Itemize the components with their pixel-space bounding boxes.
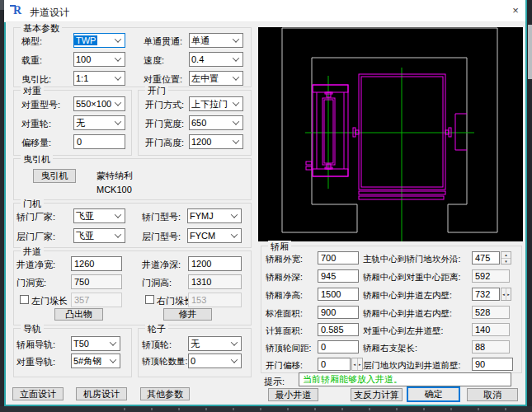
- ladder-type-combo[interactable]: TWP: [73, 33, 125, 48]
- group-guide-rail: 导轨: [13, 328, 132, 377]
- machine-room-design-button[interactable]: 机房设计: [76, 387, 127, 400]
- protrusion-button[interactable]: 凸出物: [54, 308, 103, 321]
- shaft-net-width-input[interactable]: 1260: [71, 256, 122, 271]
- combo-value: 650: [190, 118, 208, 128]
- cad-drawing: [258, 27, 523, 241]
- hint-message: 当前轿厢能够放入井道。: [299, 372, 511, 386]
- top-wheel-count-combo[interactable]: 0: [188, 353, 242, 368]
- combo-value: 左中置: [190, 73, 220, 85]
- rail-to-sill-input[interactable]: 475: [472, 251, 500, 265]
- min-shaft-button[interactable]: 最小井道: [268, 388, 318, 401]
- chevron-down-icon: [106, 337, 120, 350]
- chevron-down-icon: [228, 229, 241, 242]
- combo-value: TWP: [74, 35, 97, 45]
- combo-value: FYCM: [188, 231, 217, 241]
- car-and-counterweight: [306, 74, 467, 199]
- group-car-title: 轿厢: [268, 241, 291, 253]
- group-traction-machine-title: 曳引机: [21, 153, 53, 166]
- top-wheel-combo[interactable]: 无: [188, 336, 242, 351]
- car-door-vendor-combo[interactable]: 飞亚: [73, 208, 125, 223]
- left-pier-checkbox[interactable]: [20, 295, 29, 304]
- combo-value: T50: [72, 339, 91, 349]
- car-calc-area-label: 计算面积:: [266, 325, 303, 337]
- center-to-left-spinner[interactable]: ◂ ▸: [501, 288, 511, 301]
- sill-to-front-input[interactable]: 90: [472, 358, 513, 371]
- chevron-down-icon: [111, 116, 125, 129]
- chevron-down-icon: [111, 34, 125, 47]
- car-out-width-label: 轿厢外宽:: [266, 254, 303, 265]
- combo-value: 5#角钢: [72, 355, 103, 368]
- combo-value: 单通: [190, 35, 211, 47]
- car-std-area-input[interactable]: 900: [318, 306, 359, 319]
- landing-door-vendor-combo[interactable]: 飞亚: [73, 228, 125, 243]
- chevron-down-icon: [228, 354, 241, 368]
- center-to-left-input[interactable]: 732: [472, 288, 500, 301]
- door-mode-label: 开门方式:: [145, 99, 184, 111]
- load-label: 载重:: [21, 54, 42, 67]
- car-rail-combo[interactable]: T50: [71, 336, 120, 351]
- repair-shaft-button[interactable]: 修井: [163, 308, 212, 321]
- window-title: 井道设计: [30, 6, 69, 20]
- car-net-height-input[interactable]: 1500: [318, 288, 359, 301]
- combo-value: 上下拉门: [190, 98, 229, 110]
- car-top-wheel-gap-input[interactable]: 0: [318, 340, 359, 353]
- car-net-height-label: 轿厢净高:: [266, 290, 303, 302]
- reaction-calc-button[interactable]: 支反力计算: [351, 388, 403, 401]
- landing-door-model-combo[interactable]: FYCM: [187, 228, 242, 243]
- spinner-down-icon[interactable]: ▾: [501, 258, 511, 265]
- car-door-vendor-label: 轿门厂家:: [16, 211, 55, 223]
- rail-to-sill-spinner[interactable]: ▴ ▾: [501, 251, 511, 265]
- ok-button[interactable]: 确定: [407, 386, 460, 402]
- cw-rail-combo[interactable]: 5#角钢: [71, 353, 120, 368]
- group-guide-rail-title: 导轨: [21, 323, 44, 335]
- cw-offset-input[interactable]: 0: [73, 134, 125, 149]
- right-pier-checkbox[interactable]: [145, 295, 154, 304]
- chevron-down-icon: [229, 97, 242, 110]
- group-door-opening-title: 开门: [145, 85, 168, 97]
- through-combo[interactable]: 单通: [189, 33, 243, 48]
- car-rail-label: 轿厢导轨:: [16, 339, 55, 351]
- shaft-net-depth-input[interactable]: 1200: [188, 256, 242, 271]
- cw-model-combo[interactable]: 550×100: [73, 96, 125, 111]
- door-width-combo[interactable]: 650: [189, 115, 243, 130]
- elevation-design-button[interactable]: 立面设计: [12, 387, 64, 400]
- combo-value: 0: [189, 356, 197, 366]
- chevron-down-icon: [111, 209, 125, 222]
- cw-position-combo[interactable]: 左中置: [189, 71, 243, 86]
- chevron-down-icon: [111, 53, 125, 66]
- load-combo[interactable]: 100: [73, 52, 125, 67]
- shaft-opening-width-field: 750: [71, 274, 122, 289]
- center-to-right-field: 528: [472, 306, 510, 319]
- close-icon: ×: [512, 4, 519, 16]
- top-wheel-count-label: 轿顶轮数量:: [142, 356, 187, 368]
- titlebar[interactable]: [4, 0, 525, 22]
- cw-to-left-wall-label: 对重中心到左井道壁:: [363, 325, 443, 337]
- car-door-offset-spinner[interactable]: ◂ ▸: [351, 358, 363, 371]
- chevron-down-icon: [229, 135, 242, 148]
- speed-combo[interactable]: 0.4: [189, 52, 243, 67]
- background-ruler-ticks: [124, 408, 520, 410]
- cw-wheel-label: 对重轮:: [21, 118, 51, 130]
- chevron-down-icon: [228, 209, 241, 222]
- door-mode-combo[interactable]: 上下拉门: [189, 96, 243, 111]
- traction-ratio-combo[interactable]: 1:1: [73, 71, 125, 86]
- cancel-button[interactable]: 取消: [467, 388, 518, 401]
- car-door-offset-input[interactable]: 0: [318, 358, 351, 371]
- spinner-right-icon[interactable]: ▸: [506, 288, 511, 300]
- traction-machine-button[interactable]: 曳引机: [33, 169, 76, 183]
- door-height-combo[interactable]: 1200: [189, 134, 243, 149]
- other-params-button[interactable]: 其他参数: [140, 387, 190, 400]
- group-wheels: 轮子: [138, 328, 252, 377]
- close-button[interactable]: ×: [507, 3, 524, 18]
- chevron-down-icon: [229, 53, 242, 66]
- chevron-down-icon: [111, 97, 125, 110]
- cw-wheel-combo[interactable]: 无: [73, 115, 125, 130]
- cad-viewport: [258, 27, 523, 241]
- shaft-opening-height-label: 门洞高:: [142, 277, 172, 289]
- car-door-model-combo[interactable]: FYMJ: [187, 208, 242, 223]
- shaft-outline: [282, 28, 497, 232]
- car-out-depth-input[interactable]: 945: [318, 269, 359, 283]
- spinner-right-icon[interactable]: ▸: [357, 358, 363, 370]
- car-out-depth-label: 轿厢外深:: [266, 272, 303, 283]
- car-out-width-input[interactable]: 700: [318, 251, 359, 265]
